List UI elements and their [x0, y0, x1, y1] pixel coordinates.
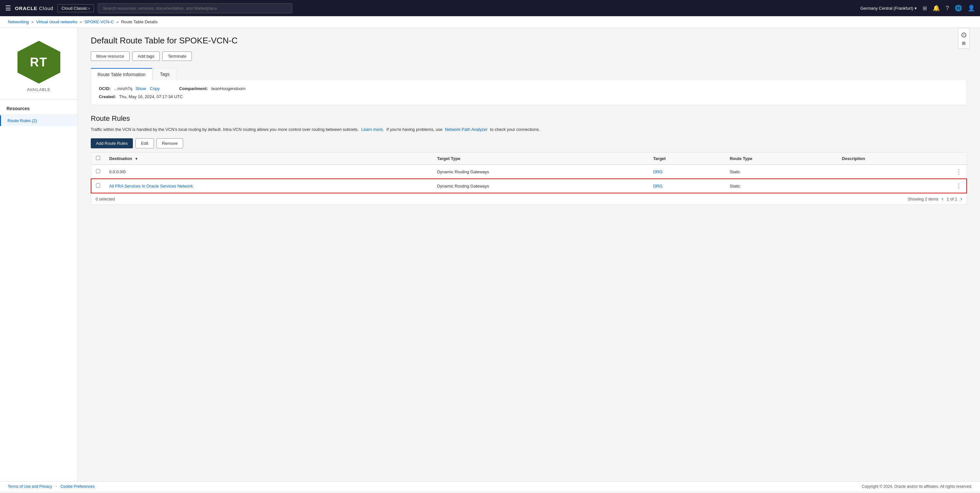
- actions-header: [951, 152, 967, 165]
- action-buttons: Move resource Add tags Terminate: [91, 51, 967, 61]
- row1-description: [837, 165, 951, 179]
- row1-destination: 0.0.0.0/0: [105, 165, 433, 179]
- table-actions: Add Route Rules Edit Remove: [91, 138, 967, 148]
- page-footer: Terms of Use and Privacy · Cookie Prefer…: [0, 481, 980, 491]
- description-header: Description: [837, 152, 951, 165]
- row1-kebab[interactable]: ⋮: [951, 165, 967, 179]
- remove-button[interactable]: Remove: [156, 138, 183, 148]
- learn-more-link[interactable]: Learn more.: [361, 127, 384, 132]
- cookies-link[interactable]: Cookie Preferences: [60, 484, 95, 489]
- row1-target-type: Dynamic Routing Gateways: [433, 165, 649, 179]
- tab-route-table-information[interactable]: Route Table Information: [91, 68, 152, 80]
- breadcrumb-networking[interactable]: Networking: [8, 19, 29, 24]
- icon-text: RT: [30, 55, 48, 69]
- copyright: Copyright © 2024, Oracle and/or its affi…: [862, 484, 972, 489]
- selected-count: 0 selected: [95, 197, 115, 201]
- status-badge: AVAILABLE: [27, 87, 51, 92]
- main-content: ⊙ ⊞ Default Route Table for SPOKE-VCN-C …: [78, 28, 980, 481]
- user-avatar[interactable]: 👤: [968, 5, 975, 12]
- breadcrumb: Networking » Virtual cloud networks » SP…: [0, 16, 980, 28]
- page-info: 1 of 1: [947, 197, 957, 201]
- table-row: 0.0.0.0/0 Dynamic Routing Gateways DRG S…: [91, 165, 967, 179]
- breadcrumb-vcn[interactable]: Virtual cloud networks: [36, 19, 78, 24]
- table-row-highlighted: All FRA Services In Oracle Services Netw…: [91, 179, 967, 193]
- target-header: Target: [649, 152, 725, 165]
- ocid-show-link[interactable]: Show: [135, 86, 146, 91]
- search-input[interactable]: [98, 3, 292, 13]
- showing-items: Showing 2 items: [907, 197, 938, 201]
- nav-right: Germany Central (Frankfurt) ▾ ⊞ 🔔 ? 🌐 👤: [861, 5, 975, 12]
- table-footer: 0 selected Showing 2 items ‹ 1 of 1 ›: [91, 193, 967, 205]
- next-page-button[interactable]: ›: [961, 196, 962, 202]
- tabs: Route Table Information Tags: [91, 68, 967, 80]
- sort-icon: ▼: [135, 157, 138, 161]
- row1-route-type: Static: [725, 165, 837, 179]
- tab-tags[interactable]: Tags: [153, 68, 176, 80]
- top-navigation: ☰ ORACLE Cloud Cloud Classic › Germany C…: [0, 0, 980, 16]
- grid-icon: ⊞: [962, 41, 966, 46]
- row1-target-link[interactable]: DRG: [653, 170, 662, 174]
- compartment-field: Compartment: IwanHoogendoorn: [179, 86, 246, 91]
- row1-checkbox-cell: [91, 165, 105, 179]
- row2-checkbox-cell: [91, 179, 105, 193]
- sidebar-item-route-rules[interactable]: Route Rules (2): [0, 115, 78, 126]
- breadcrumb-current: Route Table Details: [121, 19, 158, 24]
- row2-kebab[interactable]: ⋮: [951, 179, 967, 193]
- route-rules-title: Route Rules: [91, 114, 967, 123]
- prev-page-button[interactable]: ‹: [942, 196, 943, 202]
- move-resource-button[interactable]: Move resource: [91, 51, 130, 61]
- add-route-rules-button[interactable]: Add Route Rules: [91, 138, 133, 148]
- row2-route-type: Static: [725, 179, 837, 193]
- terms-link[interactable]: Terms of Use and Privacy: [8, 484, 52, 489]
- page-title: Default Route Table for SPOKE-VCN-C: [91, 36, 967, 46]
- help-panel[interactable]: ⊙ ⊞: [958, 28, 970, 49]
- row2-target-link[interactable]: DRG: [653, 184, 662, 189]
- resource-icon: RT: [16, 40, 62, 85]
- target-type-header: Target Type: [433, 152, 649, 165]
- lifebuoy-icon: ⊙: [961, 31, 967, 39]
- sidebar: RT AVAILABLE Resources Route Rules (2): [0, 28, 78, 481]
- checkbox-header: [91, 152, 105, 165]
- sidebar-divider: [0, 114, 78, 115]
- row2-destination: All FRA Services In Oracle Services Netw…: [105, 179, 433, 193]
- help-icon[interactable]: ?: [946, 5, 949, 12]
- row1-checkbox[interactable]: [96, 169, 100, 173]
- cloud-classic-button[interactable]: Cloud Classic ›: [57, 4, 94, 12]
- globe-icon[interactable]: 🌐: [955, 5, 962, 12]
- region-selector[interactable]: Germany Central (Frankfurt) ▾: [861, 6, 917, 11]
- row2-target: DRG: [649, 179, 725, 193]
- network-path-analyzer-link[interactable]: Network Path Analyzer: [445, 127, 488, 132]
- console-icon[interactable]: ⊞: [923, 5, 927, 11]
- row2-checkbox[interactable]: [96, 183, 100, 187]
- pagination: Showing 2 items ‹ 1 of 1 ›: [907, 196, 962, 202]
- ocid-field: OCID: ...mnzh7q Show Copy: [99, 86, 160, 91]
- select-all-checkbox[interactable]: [96, 156, 100, 160]
- add-tags-button[interactable]: Add tags: [132, 51, 160, 61]
- bell-icon[interactable]: 🔔: [933, 5, 940, 12]
- route-type-header: Route Type: [725, 152, 837, 165]
- route-rules-description: Traffic within the VCN is handled by the…: [91, 126, 967, 133]
- row2-destination-link[interactable]: All FRA Services In Oracle Services Netw…: [109, 184, 193, 189]
- info-panel: OCID: ...mnzh7q Show Copy Compartment: I…: [91, 80, 967, 105]
- breadcrumb-spoke[interactable]: SPOKE-VCN-C: [84, 19, 114, 24]
- destination-header[interactable]: Destination ▼: [105, 152, 433, 165]
- ocid-copy-link[interactable]: Copy: [150, 86, 159, 91]
- route-rules-table: Destination ▼ Target Type Target Route T…: [91, 152, 967, 193]
- terminate-button[interactable]: Terminate: [162, 51, 192, 61]
- row2-description: [837, 179, 951, 193]
- edit-button[interactable]: Edit: [135, 138, 154, 148]
- row2-target-type: Dynamic Routing Gateways: [433, 179, 649, 193]
- oracle-logo: ORACLE Cloud: [15, 5, 54, 11]
- resources-heading: Resources: [0, 103, 78, 114]
- row1-target: DRG: [649, 165, 725, 179]
- created-field: Created: Thu, May 16, 2024, 07:17:34 UTC: [99, 94, 959, 99]
- hamburger-icon[interactable]: ☰: [5, 4, 11, 12]
